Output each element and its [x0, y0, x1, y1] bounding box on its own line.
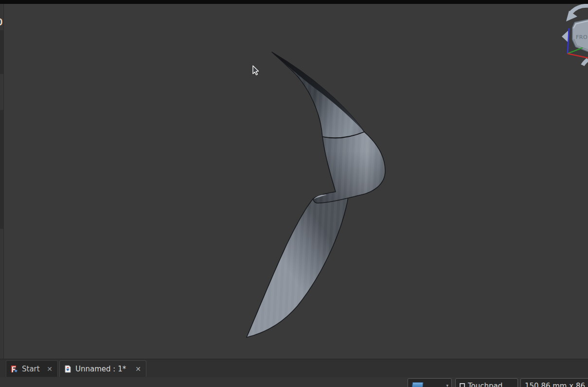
pan-left-arrow-icon[interactable]: [562, 31, 568, 42]
touchpad-checkbox-icon[interactable]: [460, 383, 465, 387]
left-panel-sliver[interactable]: 0: [0, 4, 4, 359]
toolbar-edge-strip: [0, 0, 588, 4]
freecad-logo-icon: [10, 365, 18, 373]
x-axis-indicator: [568, 54, 588, 58]
tab-unnamed-document[interactable]: Unnamed : 1* ✕: [59, 360, 146, 377]
bottom-bar: Start ✕ Unnamed : 1* ✕ ▾ To: [0, 359, 588, 387]
3d-viewport[interactable]: FRONT: [4, 4, 588, 359]
mouse-cursor: [253, 66, 259, 75]
spinbox-partial-value[interactable]: 0: [0, 17, 3, 27]
dimensions-label: 150.86 mm x 86: [525, 382, 585, 387]
tab-unnamed-close-icon[interactable]: ✕: [135, 366, 141, 372]
model-canvas: FRONT: [4, 4, 588, 359]
tab-start-label[interactable]: Start: [22, 365, 40, 373]
tab-start[interactable]: Start ✕: [6, 360, 58, 377]
document-tab-bar: Start ✕ Unnamed : 1* ✕: [0, 359, 588, 377]
rotate-left-arrow-icon[interactable]: [571, 6, 588, 13]
model-loft-surface[interactable]: [247, 52, 385, 337]
tab-unnamed-label[interactable]: Unnamed : 1*: [75, 365, 126, 373]
touchpad-label: Touchpad: [468, 382, 502, 387]
navigation-style-combobox[interactable]: ▾: [408, 378, 452, 387]
y-axis-indicator: [568, 48, 583, 54]
nav-cube-front-label[interactable]: FRONT: [576, 34, 588, 40]
left-panel-block: [0, 30, 3, 74]
freecad-document-icon: [64, 365, 71, 373]
rotate-bottom-arrow-icon[interactable]: [583, 59, 588, 65]
touchpad-indicator[interactable]: Touchpad: [455, 378, 518, 387]
tab-start-close-icon[interactable]: ✕: [47, 366, 53, 372]
dimensions-readout: 150.86 mm x 86: [520, 378, 588, 387]
left-panel-block: [0, 110, 3, 229]
navigation-style-icon: [411, 382, 424, 387]
navigation-cube[interactable]: FRONT: [562, 6, 588, 65]
freecad-window: 0: [0, 0, 588, 387]
combobox-caret-icon[interactable]: ▾: [446, 383, 448, 387]
